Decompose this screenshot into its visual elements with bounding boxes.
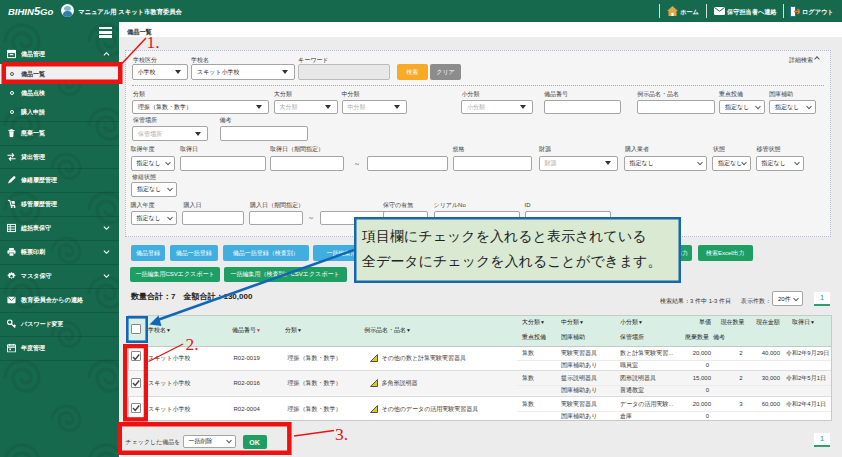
- svg-text:全データにチェックを入れることができます。: 全データにチェックを入れることができます。: [362, 254, 662, 269]
- svg-text:1.: 1.: [147, 32, 160, 52]
- svg-text:2.: 2.: [186, 334, 199, 354]
- svg-text:3.: 3.: [335, 424, 348, 444]
- svg-text:項目欄にチェックを入れると表示されている: 項目欄にチェックを入れると表示されている: [361, 229, 647, 244]
